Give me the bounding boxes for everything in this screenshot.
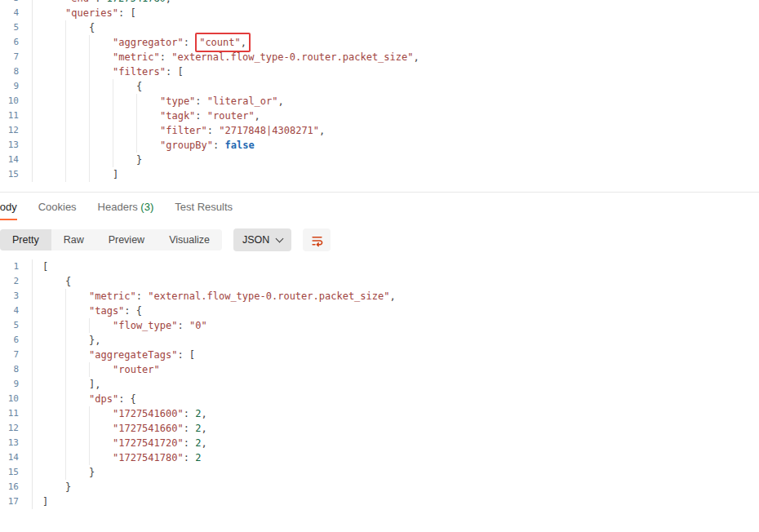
token-str: "0" [189, 320, 207, 331]
indent-guide [42, 79, 65, 94]
token-p: : [ [177, 349, 195, 361]
code-text: ] [33, 496, 48, 508]
code-line[interactable]: 13"groupBy": false [0, 138, 759, 153]
code-text: "dps": { [33, 393, 136, 405]
code-line[interactable]: 4"queries": [ [0, 6, 759, 20]
code-line[interactable]: 12"filter": "2717848|4308271", [0, 123, 759, 138]
code-text: ], [33, 379, 100, 390]
token-p: { [89, 22, 95, 33]
code-line[interactable]: 3"metric": "external.flow_type-0.router.… [0, 289, 759, 304]
indent-guide [65, 377, 89, 392]
indent-guide [89, 436, 113, 450]
view-option-preview[interactable]: Preview [96, 229, 157, 250]
indent-guide [113, 109, 136, 123]
token-p: , [201, 408, 206, 419]
view-option-raw[interactable]: Raw [51, 229, 96, 250]
indent-guide [89, 138, 113, 153]
code-text: } [33, 481, 71, 493]
token-p: : [195, 110, 206, 122]
indent-guide [65, 50, 89, 64]
code-line[interactable]: 7"metric": "external.flow_type-0.router.… [0, 50, 759, 64]
response-body-editor[interactable]: 1[2{3"metric": "external.flow_type-0.rou… [0, 259, 759, 509]
indent-guide [89, 406, 113, 421]
code-line[interactable]: 1[ [0, 259, 759, 274]
chevron-down-icon [276, 235, 284, 243]
indent-guide [89, 64, 113, 79]
view-option-pretty[interactable]: Pretty [0, 229, 51, 250]
code-line[interactable]: 9], [0, 377, 759, 392]
indent-guide [65, 436, 89, 450]
line-number: 17 [0, 494, 33, 509]
line-number: 7 [0, 348, 33, 362]
view-option-visualize[interactable]: Visualize [157, 229, 222, 250]
code-line[interactable]: 13"1727541720": 2, [0, 436, 759, 450]
code-line[interactable]: 11"tagk": "router", [0, 109, 759, 123]
token-p: ] [42, 496, 48, 508]
code-text: "1727541600": 2, [33, 408, 207, 419]
code-line[interactable]: 8"router" [0, 362, 759, 377]
code-line[interactable]: 15} [0, 465, 759, 480]
line-number: 4 [0, 6, 33, 20]
token-str: "external.flow_type-0.router.packet_size… [148, 290, 389, 302]
code-line[interactable]: 6"aggregator": "count", [0, 35, 759, 50]
wrap-lines-button[interactable] [303, 228, 331, 251]
indent-guide [65, 94, 89, 109]
indent-guide [65, 318, 89, 333]
code-line[interactable]: 14} [0, 153, 759, 167]
code-line[interactable]: 7"aggregateTags": [ [0, 348, 759, 362]
indent-guide [42, 109, 65, 123]
indent-guide [42, 138, 65, 153]
code-line[interactable]: 14"1727541780": 2 [0, 450, 759, 465]
code-line[interactable]: 11"1727541600": 2, [0, 406, 759, 421]
code-line[interactable]: 12"1727541660": 2, [0, 421, 759, 436]
indent-guide [42, 0, 65, 6]
token-key: "1727541780" [113, 452, 184, 463]
indent-guide [113, 138, 136, 153]
code-line[interactable]: 5"flow_type": "0" [0, 318, 759, 333]
indent-guide [65, 123, 89, 138]
tab-label: Body [0, 201, 17, 213]
token-p: : [177, 320, 189, 331]
request-body-editor[interactable]: 3"end": 1727541780,4"queries": [5{6"aggr… [0, 0, 759, 182]
indent-guide [89, 153, 113, 167]
code-line[interactable]: 3"end": 1727541780, [0, 0, 759, 6]
request-body-section: 3"end": 1727541780,4"queries": [5{6"aggr… [0, 0, 759, 193]
line-number: 1 [0, 259, 33, 274]
code-line[interactable]: 2{ [0, 274, 759, 289]
code-line[interactable]: 15] [0, 167, 759, 182]
tab-headers[interactable]: Headers (3) [98, 201, 154, 220]
token-p: { [65, 276, 71, 287]
code-line[interactable]: 10"type": "literal_or", [0, 94, 759, 109]
indent-guide [42, 362, 65, 377]
tab-body[interactable]: Body [0, 201, 17, 220]
token-p: : [136, 290, 148, 302]
code-text: "type": "literal_or", [33, 95, 284, 107]
code-text: { [33, 22, 95, 33]
token-key: "1727541720" [113, 437, 184, 449]
indent-guide [42, 289, 65, 304]
format-dropdown[interactable]: JSON [233, 228, 291, 251]
token-key: "filters" [113, 66, 166, 78]
code-line[interactable]: 5{ [0, 20, 759, 35]
response-toolbar: PrettyRawPreviewVisualize JSON [0, 228, 759, 251]
token-p: { [136, 81, 142, 92]
code-line[interactable]: 8"filters": [ [0, 64, 759, 79]
token-p: , [166, 0, 171, 4]
code-line[interactable]: 17] [0, 494, 759, 509]
code-line[interactable]: 6}, [0, 333, 759, 348]
indent-guide [65, 392, 89, 406]
indent-guide [65, 465, 89, 480]
indent-guide [42, 274, 65, 289]
token-key: "metric" [113, 51, 160, 63]
code-text: ] [33, 169, 118, 180]
tab-test-results[interactable]: Test Results [175, 201, 233, 220]
code-line[interactable]: 10"dps": { [0, 392, 759, 406]
code-line[interactable]: 9{ [0, 79, 759, 94]
token-p: : [ [118, 7, 136, 19]
code-line[interactable]: 16} [0, 480, 759, 494]
code-line[interactable]: 4"tags": { [0, 304, 759, 318]
code-text: "aggregator": "count", [33, 37, 251, 48]
indent-guide [89, 450, 113, 465]
tab-cookies[interactable]: Cookies [38, 201, 77, 220]
token-p: : [184, 423, 195, 434]
